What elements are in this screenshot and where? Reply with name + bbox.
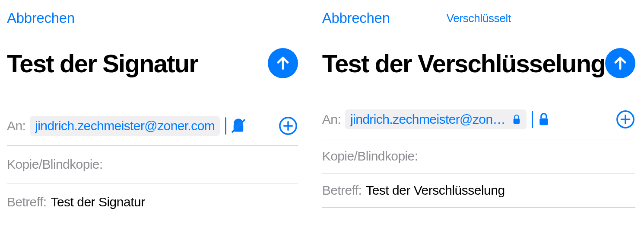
to-field-row[interactable]: An: jindrich.zechmeister@zoner.c... xyxy=(322,100,635,139)
subject-value: Test der Signatur xyxy=(51,195,145,209)
recipient-email: jindrich.zechmeister@zoner.c... xyxy=(350,112,506,127)
compose-title: Test der Signatur xyxy=(7,49,198,78)
cc-bcc-label: Kopie/Blindkopie: xyxy=(322,149,418,164)
to-label: An: xyxy=(7,119,25,133)
recipient-chip[interactable]: jindrich.zechmeister@zoner.c... xyxy=(345,109,527,129)
top-bar: Abbrechen Verschlüsselt xyxy=(322,8,635,29)
to-field-row[interactable]: An: jindrich.zechmeister@zoner.com xyxy=(7,106,298,146)
subject-value: Test der Verschlüsselung xyxy=(366,183,505,198)
compose-pane-signature: Abbrechen Test der Signatur An: jindrich… xyxy=(0,0,315,228)
recipient-email: jindrich.zechmeister@zoner.com xyxy=(35,119,215,133)
cancel-button[interactable]: Abbrechen xyxy=(322,10,390,26)
lock-closed-icon xyxy=(537,112,550,127)
cc-bcc-field-row[interactable]: Kopie/Blindkopie: xyxy=(322,139,635,173)
top-bar: Abbrechen xyxy=(7,8,298,29)
send-button[interactable] xyxy=(268,48,298,78)
encrypted-status-label: Verschlüsselt xyxy=(447,12,511,25)
add-recipient-button[interactable] xyxy=(615,109,635,129)
subject-label: Betreff: xyxy=(322,183,362,198)
title-row: Test der Signatur xyxy=(7,48,298,78)
add-recipient-button[interactable] xyxy=(278,116,298,136)
svg-rect-8 xyxy=(514,119,520,124)
lock-closed-icon xyxy=(512,114,521,125)
compose-title: Test der Verschlüsselung xyxy=(322,49,605,78)
cursor-bar xyxy=(532,111,533,128)
compose-pane-encryption: Abbrechen Verschlüsselt Test der Verschl… xyxy=(315,0,644,228)
lock-open-slash-icon xyxy=(231,118,246,134)
svg-rect-9 xyxy=(539,119,548,125)
to-label: An: xyxy=(322,112,341,127)
cancel-button[interactable]: Abbrechen xyxy=(7,10,75,26)
recipient-chip[interactable]: jindrich.zechmeister@zoner.com xyxy=(30,116,220,136)
arrow-up-icon xyxy=(612,55,628,71)
send-button[interactable] xyxy=(605,48,635,78)
cc-bcc-label: Kopie/Blindkopie: xyxy=(7,157,103,172)
title-row: Test der Verschlüsselung xyxy=(322,48,635,78)
subject-field-row[interactable]: Betreff: Test der Signatur xyxy=(7,183,298,221)
cursor-bar xyxy=(225,117,226,135)
plus-circle-icon xyxy=(278,116,298,136)
cc-bcc-field-row[interactable]: Kopie/Blindkopie: xyxy=(7,146,298,183)
subject-field-row[interactable]: Betreff: Test der Verschlüsselung xyxy=(322,173,635,208)
plus-circle-icon xyxy=(615,109,635,129)
arrow-up-icon xyxy=(275,55,291,71)
encryption-toggle-button[interactable] xyxy=(231,118,246,134)
encryption-toggle-button[interactable] xyxy=(537,112,550,127)
subject-label: Betreff: xyxy=(7,195,46,209)
